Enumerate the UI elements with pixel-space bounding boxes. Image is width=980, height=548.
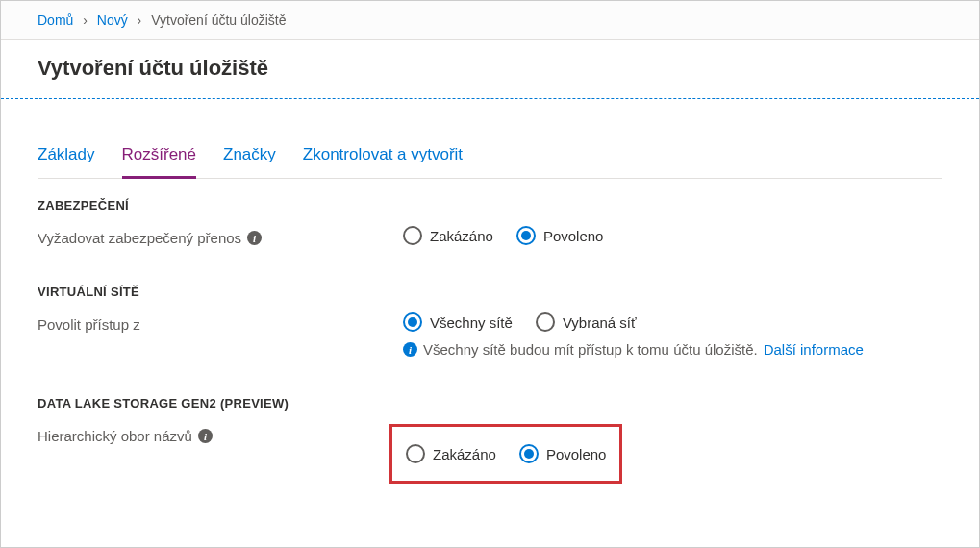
section-heading-virtual-networks: VIRTUÁLNÍ SÍTĚ xyxy=(38,285,942,299)
page-title-area: Vytvoření účtu úložiště xyxy=(1,40,979,98)
label-secure-transfer-text: Vyžadovat zabezpečený přenos xyxy=(38,230,241,246)
breadcrumb-new[interactable]: Nový xyxy=(97,12,128,28)
info-icon: i xyxy=(403,342,417,357)
radio-secure-transfer-disabled[interactable]: Zakázáno xyxy=(403,226,493,245)
help-link-more-info[interactable]: Další informace xyxy=(764,341,864,358)
breadcrumb: Domů › Nový › Vytvoření účtu úložiště xyxy=(1,1,979,40)
radio-secure-transfer-enabled[interactable]: Povoleno xyxy=(516,226,604,245)
highlight-box: Zakázáno Povoleno xyxy=(389,424,622,484)
help-text-content: Všechny sítě budou mít přístup k tomu úč… xyxy=(423,341,758,358)
tab-basics[interactable]: Základy xyxy=(38,136,95,179)
breadcrumb-current: Vytvoření účtu úložiště xyxy=(151,12,286,28)
section-heading-data-lake: DATA LAKE STORAGE GEN2 (PREVIEW) xyxy=(38,396,942,411)
radio-all-networks[interactable]: Všechny sítě xyxy=(403,312,513,332)
radio-circle-icon xyxy=(536,312,555,332)
info-icon[interactable]: i xyxy=(247,231,262,245)
field-label-secure-transfer: Vyžadovat zabezpečený přenos i xyxy=(38,226,403,246)
radio-circle-icon xyxy=(516,226,536,245)
radio-group-hierarchical-namespace: Zakázáno Povoleno xyxy=(406,444,606,463)
radio-label: Zakázáno xyxy=(430,228,493,244)
radio-hierarchical-enabled[interactable]: Povoleno xyxy=(519,444,607,463)
breadcrumb-separator: › xyxy=(138,12,142,28)
radio-selected-network[interactable]: Vybraná síť xyxy=(536,312,637,332)
radio-circle-icon xyxy=(406,444,425,463)
radio-circle-icon xyxy=(403,226,422,245)
radio-label: Vybraná síť xyxy=(563,314,637,331)
breadcrumb-home[interactable]: Domů xyxy=(38,12,73,28)
label-hierarchical-namespace-text: Hierarchický obor názvů xyxy=(38,428,192,444)
tab-review-create[interactable]: Zkontrolovat a vytvořit xyxy=(303,136,463,179)
radio-label: Povoleno xyxy=(546,446,607,462)
field-secure-transfer: Vyžadovat zabezpečený přenos i Zakázáno … xyxy=(38,226,942,246)
help-text-networks: i Všechny sítě budou mít přístup k tomu … xyxy=(403,341,942,358)
field-label-allow-access: Povolit přístup z xyxy=(38,312,403,333)
tab-tags[interactable]: Značky xyxy=(223,136,276,179)
radio-label: Povoleno xyxy=(543,228,604,244)
field-allow-access-from: Povolit přístup z Všechny sítě Vybraná s… xyxy=(38,312,942,358)
page-title: Vytvoření účtu úložiště xyxy=(38,56,942,81)
radio-hierarchical-disabled[interactable]: Zakázáno xyxy=(406,444,496,463)
breadcrumb-separator: › xyxy=(83,12,88,28)
radio-circle-icon xyxy=(519,444,539,463)
label-allow-access-text: Povolit přístup z xyxy=(38,316,140,333)
radio-group-secure-transfer: Zakázáno Povoleno xyxy=(403,226,942,245)
radio-label: Zakázáno xyxy=(433,446,496,462)
field-label-hierarchical-namespace: Hierarchický obor názvů i xyxy=(38,424,403,444)
radio-label: Všechny sítě xyxy=(430,314,513,331)
tab-advanced[interactable]: Rozšířené xyxy=(122,136,196,179)
radio-circle-icon xyxy=(403,312,422,332)
section-heading-security: ZABEZPEČENÍ xyxy=(38,198,942,212)
radio-group-allow-access: Všechny sítě Vybraná síť xyxy=(403,312,942,332)
tabs: Základy Rozšířené Značky Zkontrolovat a … xyxy=(38,136,942,179)
field-hierarchical-namespace: Hierarchický obor názvů i Zakázáno Povol… xyxy=(38,424,942,484)
info-icon[interactable]: i xyxy=(198,429,213,443)
